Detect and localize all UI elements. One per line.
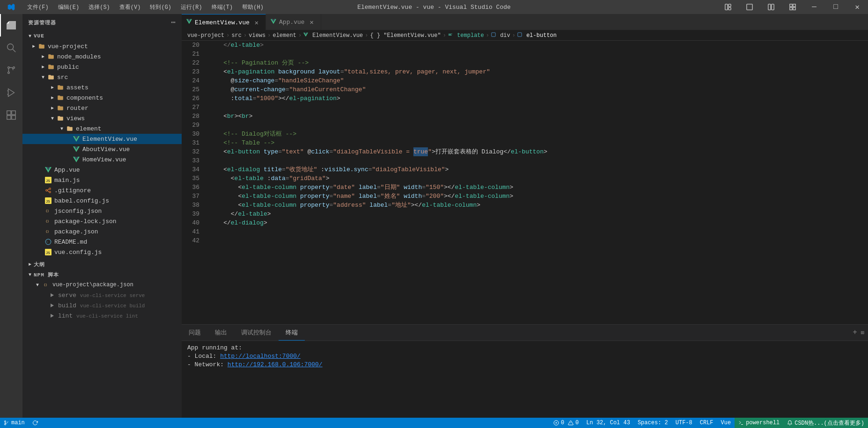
code-content[interactable]: </el-table> <!-- Pagination 分页 --> <el-p… — [205, 41, 868, 324]
tree-label-app: App.vue — [54, 167, 182, 174]
menu-file[interactable]: 文件(F) — [22, 0, 53, 14]
menu-view[interactable]: 查看(V) — [115, 0, 146, 14]
tree-npm[interactable]: ▼ NPM 脚本 — [22, 269, 182, 280]
tree-public[interactable]: ► public — [22, 62, 182, 72]
tree-node-modules[interactable]: ► node_modules — [22, 51, 182, 62]
tree-home-view[interactable]: HomeView.vue — [22, 154, 182, 165]
panel-tab-output[interactable]: 输出 — [208, 325, 234, 341]
tree-arrow-vue: ▼ — [26, 34, 34, 39]
tree-arrow-src: ▼ — [39, 75, 47, 80]
grid-icon[interactable] — [782, 0, 803, 14]
panel-tab-terminal[interactable]: 终端 — [279, 325, 305, 341]
status-sync[interactable] — [29, 418, 42, 428]
menu-edit[interactable]: 编辑(E) — [53, 0, 84, 14]
minimize-button[interactable]: — — [803, 0, 825, 14]
panel-tab-debug[interactable]: 调试控制台 — [234, 325, 279, 341]
split-icon[interactable] — [760, 0, 782, 14]
breadcrumb-element[interactable]: element — [272, 32, 296, 39]
menu-help[interactable]: 帮助(H) — [237, 0, 268, 14]
terminal-link-network[interactable]: http://192.168.0.106:7000/ — [228, 361, 323, 368]
folder-icon — [37, 43, 46, 50]
error-icon — [553, 420, 559, 426]
tab-close-element[interactable]: ✕ — [252, 18, 261, 27]
tree-main-js[interactable]: JS main.js — [22, 175, 182, 185]
layout2-icon[interactable] — [739, 0, 760, 14]
status-notification[interactable]: CSDN热...(点击查看更多) — [783, 418, 868, 428]
panel: 问题 输出 调试控制台 终端 + ⊞ App running at: - Loc… — [182, 324, 868, 418]
menu-goto[interactable]: 转到(G) — [145, 0, 176, 14]
layout-icon[interactable] — [717, 0, 739, 14]
tree-root-vue[interactable]: ▼ VUE — [22, 31, 182, 41]
status-errors[interactable]: 0 0 — [550, 418, 582, 428]
tree-src[interactable]: ▼ src — [22, 72, 182, 82]
terminal-link-local[interactable]: http://localhost:7000/ — [220, 353, 301, 360]
line-num-28: 28 — [182, 112, 199, 121]
status-lang[interactable]: Vue — [717, 418, 735, 428]
line-num-38: 38 — [182, 201, 199, 210]
status-powershell[interactable]: powershell — [735, 418, 783, 428]
tree-outline[interactable]: ► 大纲 — [22, 259, 182, 269]
maximize-button[interactable]: □ — [825, 0, 846, 14]
tree-about-view[interactable]: AboutView.vue — [22, 144, 182, 154]
tree-npm-build[interactable]: build vue-cli-service build — [22, 300, 182, 311]
tree-vue-config[interactable]: JS vue.config.js — [22, 247, 182, 257]
tab-element-view[interactable]: ElementView.vue ✕ — [182, 14, 266, 30]
panel-layout-icon[interactable]: ⊞ — [861, 329, 864, 336]
tree-label-babel: babel.config.js — [54, 197, 182, 204]
tree-views[interactable]: ▼ views — [22, 113, 182, 123]
close-button[interactable]: ✕ — [846, 0, 868, 14]
breadcrumb-obj[interactable]: { } "ElementView.vue" — [370, 32, 441, 39]
tree-assets[interactable]: ► assets — [22, 82, 182, 93]
menu-select[interactable]: 选择(S) — [84, 0, 115, 14]
tree-npm-serve[interactable]: serve vue-cli-service serve — [22, 290, 182, 300]
sidebar-menu-icon[interactable]: ⋯ — [171, 18, 176, 27]
title-bar-left: 文件(F) 编辑(E) 选择(S) 查看(V) 转到(G) 运行(R) 终端(T… — [0, 0, 268, 14]
run-debug-icon[interactable] — [0, 81, 22, 104]
status-spaces[interactable]: Spaces: 2 — [634, 418, 672, 428]
source-control-icon[interactable] — [0, 59, 22, 81]
breadcrumb-file[interactable]: ElementView.vue — [303, 32, 363, 39]
code-editor[interactable]: 20 21 22 23 24 25 26 27 28 29 30 31 32 3… — [182, 41, 868, 324]
svg-text:{}: {} — [45, 219, 49, 223]
tab-close-app[interactable]: ✕ — [308, 18, 316, 27]
tree-jsconfig[interactable]: {} jsconfig.json — [22, 206, 182, 216]
breadcrumb-views[interactable]: views — [249, 32, 265, 39]
code-line-39: </el-table> — [209, 210, 868, 218]
tree-router[interactable]: ► router — [22, 103, 182, 113]
search-icon[interactable] — [0, 36, 22, 59]
tree-app-vue[interactable]: App.vue — [22, 165, 182, 175]
status-eol[interactable]: CRLF — [696, 418, 717, 428]
breadcrumb-src[interactable]: src — [231, 32, 242, 39]
status-line-col[interactable]: Ln 32, Col 43 — [582, 418, 634, 428]
code-line-29 — [209, 121, 868, 130]
breadcrumb-el-button[interactable]: el-button — [517, 32, 557, 39]
tree-components[interactable]: ► components — [22, 93, 182, 103]
breadcrumb-project[interactable]: vue-project — [187, 32, 224, 39]
status-encoding[interactable]: UTF-8 — [672, 418, 696, 428]
menu-run[interactable]: 运行(R) — [176, 0, 207, 14]
tree-package-json[interactable]: {} package.json — [22, 226, 182, 237]
tree-npm-lint[interactable]: lint vue-cli-service lint — [22, 311, 182, 321]
folder-components-icon — [56, 94, 65, 101]
panel-controls: + ⊞ — [853, 325, 868, 341]
tree-element[interactable]: ▼ element — [22, 123, 182, 134]
status-branch[interactable]: main — [0, 418, 29, 428]
tree-npm-project[interactable]: ▼ {} vue-project\package.json — [22, 280, 182, 290]
breadcrumb-div[interactable]: div — [491, 32, 510, 39]
status-bar: main 0 0 Ln 32, Col 43 Spaces: 2 UTF-8 C… — [0, 418, 868, 428]
breadcrumb-template[interactable]: template — [448, 32, 484, 39]
panel-tab-problems[interactable]: 问题 — [182, 325, 208, 341]
tree-package-lock[interactable]: {} package-lock.json — [22, 216, 182, 226]
tree-element-view[interactable]: ElementView.vue — [22, 134, 182, 144]
svg-text:{}: {} — [45, 230, 49, 233]
tab-app-vue[interactable]: App.vue ✕ — [266, 14, 321, 30]
extensions-icon[interactable] — [0, 104, 22, 126]
tree-gitignore[interactable]: .gitignore — [22, 185, 182, 196]
tree-readme[interactable]: i README.md — [22, 237, 182, 247]
tree-vue-project[interactable]: ► vue-project — [22, 41, 182, 51]
tree-babel[interactable]: JS babel.config.js — [22, 196, 182, 206]
menu-terminal[interactable]: 终端(T) — [207, 0, 238, 14]
panel-add-icon[interactable]: + — [853, 328, 857, 337]
folder-views-icon — [56, 115, 65, 122]
explorer-icon[interactable] — [0, 14, 22, 36]
